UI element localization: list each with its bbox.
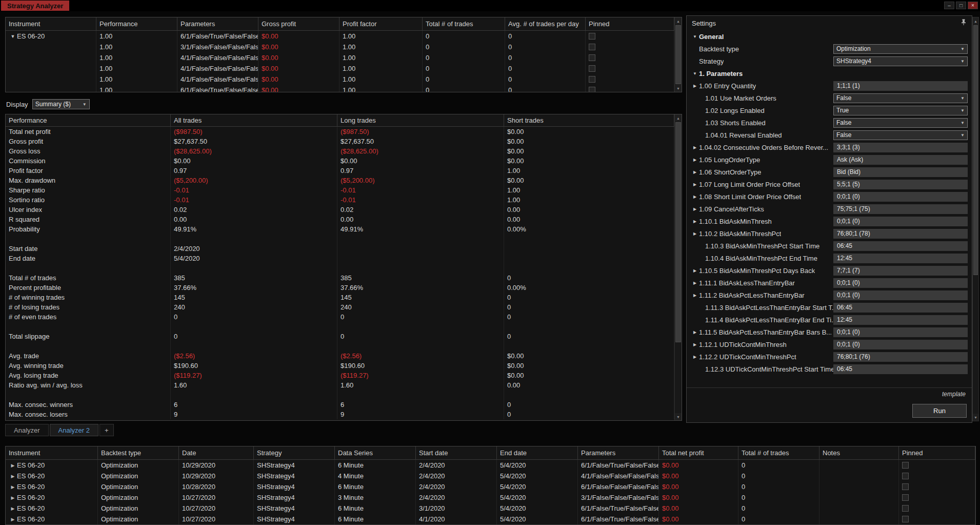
setting-input[interactable]: 5;5;1 (5) [833,180,968,189]
expander-icon[interactable]: ▶ [691,195,699,199]
setting-input[interactable]: 0;0;1 (0) [833,340,968,349]
scroll-up-button[interactable]: ▲ [675,114,682,122]
column-header[interactable]: Backtest type [98,446,179,459]
column-header[interactable]: Date [179,446,254,459]
setting-row[interactable]: 1.10.3 BidAskMinThreshPct Start Time 06:… [687,240,970,252]
setting-select[interactable]: SHStrategy4 ▼ [833,56,968,66]
setting-input[interactable]: Ask (Ask) [833,155,968,165]
column-header[interactable]: Total net profit [659,446,738,459]
column-header[interactable]: Parameters [177,17,258,30]
expand-icon[interactable]: ▶ [9,495,17,500]
expander-icon[interactable]: ▶ [691,182,699,187]
expander-icon[interactable]: ▼ [691,71,699,76]
setting-input[interactable]: Bid (Bid) [833,167,968,177]
setting-row[interactable]: ▶ 1.12.2 UDTickContMinThreshPct 76;80;1 … [687,351,970,363]
column-header[interactable]: End date [497,446,578,459]
setting-row[interactable]: ▶ 1.10.2 BidAskMinThreshPct 76;80;1 (78) [687,227,970,240]
setting-row[interactable]: 1.03 Shorts Enabled False ▼ [687,116,970,129]
setting-row[interactable]: ▶ 1.11.5 BidAskPctLessThanEntryBar Bars … [687,326,970,338]
history-row[interactable]: ▶ ES 06-20 Optimization 10/27/2020 SHStr… [6,503,975,514]
setting-input[interactable]: 76;80;1 (78) [833,229,968,239]
maximize-button[interactable]: □ [956,2,966,9]
performance-row[interactable]: R squared 0.00 0.00 0.00 [6,215,674,224]
display-select[interactable]: Summary ($) ▼ [32,99,90,109]
column-header[interactable]: Total # of trades [423,17,505,30]
add-tab-button[interactable]: + [99,424,114,436]
setting-row[interactable]: ▶ 1.11.1 BidAskLessThanEntryBar 0;0;1 (0… [687,277,970,289]
expand-icon[interactable]: ▶ [9,484,17,490]
tab-analyzer[interactable]: Analyzer [5,424,49,436]
setting-input[interactable]: 0;0;1 (0) [833,217,968,226]
setting-select[interactable]: False ▼ [833,130,968,140]
setting-select[interactable]: False ▼ [833,93,968,103]
column-header[interactable]: Gross profit [258,17,339,30]
performance-row[interactable]: # of even trades 0 0 0 [6,312,674,322]
table-row[interactable]: 1.00 6/1/False/True/False/False $0.00 1.… [6,85,674,92]
setting-row[interactable]: ▼ General [687,30,970,43]
setting-row[interactable]: Backtest type Optimization ▼ [687,43,970,55]
performance-row[interactable]: Commission $0.00 $0.00 $0.00 [6,156,674,166]
setting-row[interactable]: 1.11.4 BidAskPctLessThanEntryBar End Ti.… [687,314,970,326]
column-header[interactable]: Notes [819,446,899,459]
expander-icon[interactable]: ▶ [691,268,699,273]
pinned-checkbox[interactable] [902,483,909,490]
setting-input[interactable]: 0;0;1 (0) [833,192,968,202]
column-header[interactable]: Avg. # of trades per day [505,17,586,30]
expander-icon[interactable]: ▶ [691,330,699,335]
setting-row[interactable]: ▶ 1.09 CancelAfterTicks 75;75;1 (75) [687,203,970,215]
setting-input[interactable]: 0;0;1 (0) [833,278,968,288]
column-header[interactable]: Performance [6,114,171,126]
expander-icon[interactable]: ▶ [691,342,699,347]
column-header[interactable]: Data Series [335,446,416,459]
column-header[interactable]: Start date [416,446,497,459]
performance-row[interactable] [6,263,674,273]
app-title-tab[interactable]: Strategy Analyzer [1,1,69,11]
pinned-checkbox[interactable] [902,473,909,479]
pinned-checkbox[interactable] [902,494,909,501]
setting-row[interactable]: 1.02 Longs Enabled True ▼ [687,104,970,116]
setting-row[interactable]: ▶ 1.10.5 BidAskMinThreshPct Days Back 7;… [687,264,970,277]
setting-row[interactable]: ▶ 1.00 Entry Quantity 1;1;1 (1) [687,80,970,92]
setting-input[interactable]: 3;3;1 (3) [833,143,968,152]
performance-row[interactable]: Max. consec. winners 6 6 0 [6,400,674,410]
setting-row[interactable]: ▶ 1.11.2 BidAskPctLessThanEntryBar 0;0;1… [687,289,970,301]
scrollbar-thumb[interactable] [675,122,681,342]
minimize-button[interactable]: – [944,2,954,9]
setting-input[interactable]: 06:45 [833,364,968,374]
performance-row[interactable] [6,390,674,400]
table-row[interactable]: 1.00 4/1/False/False/False/False $0.00 1… [6,63,674,74]
setting-input[interactable]: 7;7;1 (7) [833,266,968,276]
expander-icon[interactable]: ▼ [691,34,699,39]
performance-row[interactable]: Profit factor 0.97 0.97 1.00 [6,166,674,176]
column-header[interactable]: Short trades [504,114,674,126]
performance-row[interactable]: Ratio avg. win / avg. loss 1.60 1.60 0.0… [6,380,674,390]
performance-row[interactable]: Percent profitable 37.66% 37.66% 0.00% [6,283,674,293]
pinned-checkbox[interactable] [589,65,595,72]
pinned-checkbox[interactable] [589,54,595,61]
history-row[interactable]: ▶ ES 06-20 Optimization 10/27/2020 SHStr… [6,492,975,503]
performance-row[interactable]: Max. drawdown ($5,200.00) ($5,200.00) $0… [6,176,674,185]
close-button[interactable]: × [968,2,978,9]
setting-input[interactable]: 12:45 [833,315,968,325]
scrollbar-thumb[interactable] [675,25,681,84]
setting-input[interactable]: 0;0;1 (0) [833,290,968,300]
expand-icon[interactable]: ▶ [9,517,17,522]
setting-row[interactable]: 1.12.3 UDTickContMinThreshPct Start Time… [687,363,970,375]
setting-row[interactable]: Strategy SHStrategy4 ▼ [687,55,970,67]
performance-row[interactable]: Sortino ratio -0.01 -0.01 1.00 [6,195,674,205]
column-header[interactable]: Long trades [337,114,504,126]
pinned-checkbox[interactable] [589,87,595,92]
setting-row[interactable]: ▶ 1.06 ShortOrderType Bid (Bid) [687,166,970,178]
performance-row[interactable]: Ulcer index 0.02 0.02 0.00 [6,205,674,215]
column-header[interactable]: Instrument [6,17,96,30]
column-header[interactable]: Instrument [6,446,98,459]
pinned-checkbox[interactable] [902,462,909,469]
setting-select[interactable]: True ▼ [833,106,968,115]
template-link[interactable]: template [942,391,966,398]
expand-icon[interactable]: ▶ [9,463,17,468]
expander-icon[interactable]: ▶ [691,207,699,211]
table-row[interactable]: 1.00 4/1/False/False/False/False $0.00 1… [6,52,674,63]
table-row[interactable]: 1.00 4/1/False/False/False/False $0.00 1… [6,74,674,85]
scroll-up-button[interactable]: ▲ [675,17,682,25]
setting-select[interactable]: Optimization ▼ [833,44,968,54]
